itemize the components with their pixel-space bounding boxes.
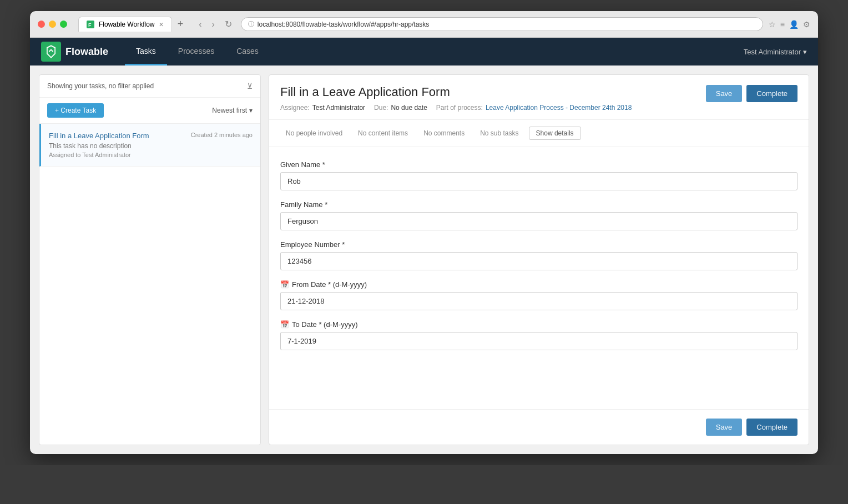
form-footer: Save Complete [269, 409, 809, 445]
family-name-input[interactable] [280, 212, 797, 230]
address-bar[interactable]: ⓘ localhost:8080/flowable-task/workflow/… [241, 17, 763, 31]
tab-favicon: F [87, 21, 94, 28]
svg-text:F: F [88, 22, 92, 28]
save-button-bottom[interactable]: Save [706, 419, 743, 436]
due-value: No due date [391, 104, 427, 112]
browser-nav: ‹ › ↻ [195, 17, 235, 31]
process-label: Part of process: [436, 104, 483, 112]
filter-bar: Showing your tasks, no filter applied ⊻ [39, 75, 260, 98]
from-date-calendar-icon: 📅 [280, 280, 289, 289]
nav-link-processes[interactable]: Processes [167, 38, 225, 65]
task-header: Fill in a Leave Application Form Assigne… [269, 75, 809, 120]
task-toolbar: + Create Task Newest first ▾ [39, 98, 260, 124]
show-details-button[interactable]: Show details [529, 127, 581, 140]
form-group-given-name: Given Name * [280, 160, 797, 190]
pill-subtasks: No sub tasks [475, 127, 524, 139]
complete-button-top[interactable]: Complete [746, 85, 797, 102]
bookmark-icon[interactable]: ☆ [769, 20, 776, 29]
minimize-dot[interactable] [49, 21, 56, 28]
left-panel: Showing your tasks, no filter applied ⊻ … [39, 74, 261, 445]
form-group-to-date: 📅 To Date * (d-M-yyyy) [280, 320, 797, 350]
employee-number-label: Employee Number * [280, 240, 797, 249]
new-tab-button[interactable]: + [174, 18, 187, 30]
task-item-assigned: Assigned to Test Administrator [49, 152, 253, 158]
process-value[interactable]: Leave Application Process - December 24t… [486, 104, 632, 112]
create-task-button[interactable]: + Create Task [47, 103, 104, 118]
filter-text: Showing your tasks, no filter applied [47, 82, 247, 90]
browser-dots [38, 21, 67, 28]
filter-icon[interactable]: ⊻ [247, 82, 253, 90]
task-meta-process: Part of process: Leave Application Proce… [436, 104, 632, 112]
user-dropdown-icon: ▾ [803, 48, 807, 56]
browser-actions: ☆ ≡ 👤 ⚙ [769, 20, 810, 29]
task-item-title: Fill in a Leave Application Form [49, 132, 149, 140]
pill-comments: No comments [418, 127, 470, 139]
app-body: Flowable Tasks Processes Cases Test Admi… [30, 38, 818, 454]
active-tab[interactable]: F Flowable Workflow × [78, 17, 172, 32]
form-group-employee-number: Employee Number * [280, 240, 797, 270]
sort-icon: ▾ [249, 107, 253, 114]
to-date-calendar-icon: 📅 [280, 320, 289, 329]
given-name-label: Given Name * [280, 160, 797, 169]
logo-text: Flowable [65, 46, 108, 58]
username: Test Administrator [744, 48, 801, 56]
task-header-actions: Save Complete [706, 85, 797, 102]
browser-window: F Flowable Workflow × + ‹ › ↻ ⓘ localhos… [30, 11, 818, 454]
right-panel: Fill in a Leave Application Form Assigne… [269, 74, 809, 445]
employee-number-input[interactable] [280, 252, 797, 270]
task-meta: Assignee: Test Administrator Due: No due… [280, 104, 695, 112]
task-item-description: This task has no description [49, 142, 253, 150]
task-header-left: Fill in a Leave Application Form Assigne… [280, 85, 695, 112]
nav-links: Tasks Processes Cases [125, 38, 270, 65]
family-name-label: Family Name * [280, 200, 797, 209]
assignee-value: Test Administrator [312, 104, 365, 112]
menu-icon[interactable]: ≡ [780, 20, 785, 29]
extension-icon[interactable]: ⚙ [803, 20, 810, 29]
pill-people: No people involved [280, 127, 348, 139]
sort-label: Newest first [212, 107, 247, 114]
save-button-top[interactable]: Save [706, 85, 743, 102]
url-text: localhost:8080/flowable-task/workflow/#/… [258, 21, 430, 28]
maximize-dot[interactable] [60, 21, 67, 28]
top-nav: Flowable Tasks Processes Cases Test Admi… [30, 38, 818, 65]
task-title-heading: Fill in a Leave Application Form [280, 85, 695, 99]
task-meta-due: Due: No due date [374, 104, 427, 112]
from-date-label: 📅 From Date * (d-M-yyyy) [280, 280, 797, 289]
form-group-family-name: Family Name * [280, 200, 797, 230]
nav-link-cases[interactable]: Cases [225, 38, 270, 65]
nav-link-tasks[interactable]: Tasks [125, 38, 167, 65]
refresh-button[interactable]: ↻ [221, 17, 235, 31]
form-group-from-date: 📅 From Date * (d-M-yyyy) [280, 280, 797, 310]
forward-button[interactable]: › [209, 18, 218, 31]
complete-button-bottom[interactable]: Complete [746, 419, 797, 436]
task-form: Given Name * Family Name * Employee Numb… [269, 147, 809, 409]
task-item-header: Fill in a Leave Application Form Created… [49, 132, 253, 140]
given-name-input[interactable] [280, 172, 797, 190]
tab-title: Flowable Workflow [99, 21, 154, 28]
task-item-created: Created 2 minutes ago [191, 132, 253, 138]
task-pills: No people involved No content items No c… [269, 120, 809, 147]
pill-content: No content items [352, 127, 413, 139]
logo-icon [41, 42, 61, 62]
browser-tabs: F Flowable Workflow × + [78, 17, 186, 32]
to-date-label: 📅 To Date * (d-M-yyyy) [280, 320, 797, 329]
to-date-input[interactable] [280, 332, 797, 350]
assignee-label: Assignee: [280, 104, 310, 112]
close-dot[interactable] [38, 21, 45, 28]
account-icon[interactable]: 👤 [789, 20, 799, 29]
logo-area: Flowable [41, 42, 108, 62]
from-date-input[interactable] [280, 292, 797, 310]
browser-titlebar: F Flowable Workflow × + ‹ › ↻ ⓘ localhos… [30, 11, 818, 38]
back-button[interactable]: ‹ [195, 18, 205, 31]
user-menu[interactable]: Test Administrator ▾ [744, 48, 807, 56]
task-meta-assignee: Assignee: Test Administrator [280, 104, 365, 112]
main-content: Showing your tasks, no filter applied ⊻ … [30, 65, 818, 454]
task-list-item[interactable]: Fill in a Leave Application Form Created… [39, 124, 260, 167]
due-label: Due: [374, 104, 388, 112]
tab-close-button[interactable]: × [159, 20, 163, 29]
sort-select[interactable]: Newest first ▾ [212, 107, 253, 114]
